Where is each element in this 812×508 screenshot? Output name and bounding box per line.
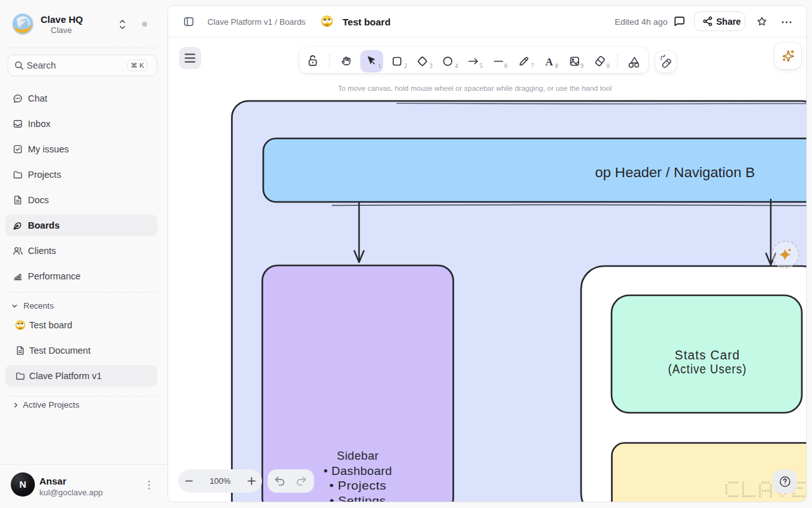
svg-text:4: 4: [455, 63, 458, 69]
svg-text:6: 6: [504, 63, 508, 69]
svg-text:• Settings: • Settings: [330, 494, 386, 502]
svg-text:8: 8: [555, 63, 558, 69]
svg-text:Sidebar: Sidebar: [337, 449, 379, 462]
svg-text:3: 3: [429, 63, 433, 69]
svg-text:1: 1: [378, 63, 381, 69]
svg-text:• Projects: • Projects: [329, 479, 386, 492]
svg-text:2: 2: [404, 63, 407, 69]
svg-text:A: A: [546, 56, 553, 68]
svg-text:9: 9: [580, 63, 584, 69]
svg-text:7: 7: [531, 63, 534, 69]
svg-text:5: 5: [480, 63, 483, 69]
svg-text:Stats Card: Stats Card: [675, 348, 740, 362]
svg-text:• Dashboard: • Dashboard: [324, 464, 392, 478]
svg-text:0: 0: [606, 63, 610, 69]
svg-text:op Header / Navigation B: op Header / Navigation B: [595, 164, 755, 180]
svg-text:(Active Users): (Active Users): [668, 362, 747, 376]
